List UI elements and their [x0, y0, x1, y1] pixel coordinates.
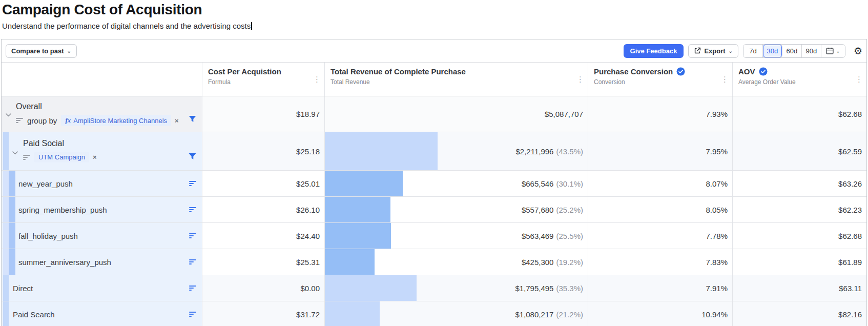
- group-by-chip[interactable]: UTM Campaign: [34, 152, 89, 162]
- revenue-cell[interactable]: $557,680(25.2%): [325, 197, 588, 222]
- revenue-bar: [325, 249, 375, 275]
- revenue-share: (19.2%): [556, 258, 583, 267]
- revenue-cell[interactable]: $1,080,217(21.2%): [325, 301, 588, 326]
- conversion-cell[interactable]: 7.95%: [588, 132, 733, 170]
- table-row: Paid Search $31.72 $1,080,217(21.2%) 10.…: [2, 301, 866, 326]
- toolbar: Compare to past⌄ Give Feedback Export⌄ 7…: [2, 39, 866, 63]
- indent-stripe: [3, 223, 9, 249]
- column-header-aov[interactable]: AOV Average Order Value ⋮: [733, 63, 866, 96]
- filter-icon[interactable]: [189, 153, 196, 160]
- cost-cell[interactable]: $31.72: [202, 301, 325, 326]
- aov-cell[interactable]: $62.23: [733, 197, 866, 222]
- cost-cell[interactable]: $18.97: [202, 96, 325, 132]
- row-label-cell[interactable]: Direct: [2, 275, 202, 301]
- indent-stripe: [3, 301, 9, 326]
- chevron-down-icon[interactable]: [12, 148, 18, 157]
- verified-badge-icon: [759, 67, 768, 76]
- column-header-cost-per-acquistion[interactable]: Cost Per Acquistion Formula ⋮: [202, 63, 325, 96]
- column-menu-icon[interactable]: ⋮: [855, 75, 863, 84]
- cost-cell[interactable]: $25.18: [202, 132, 325, 170]
- indent-stripe: [9, 249, 15, 275]
- row-label: summer_anniversary_push: [18, 258, 111, 267]
- revenue-cell[interactable]: $2,211,996(43.5%): [325, 132, 588, 170]
- row-label-cell[interactable]: fall_holiday_push: [2, 223, 202, 249]
- range-60d[interactable]: 60d: [782, 45, 802, 57]
- column-menu-icon[interactable]: ⋮: [576, 75, 584, 84]
- table-row: Direct $0.00 $1,795,495(35.3%) 7.91% $63…: [2, 275, 866, 301]
- compare-to-past-button[interactable]: Compare to past⌄: [6, 44, 77, 58]
- give-feedback-button[interactable]: Give Feedback: [624, 44, 684, 58]
- row-label-cell[interactable]: summer_anniversary_push: [2, 249, 202, 275]
- revenue-value: $5,087,707: [545, 110, 583, 118]
- settings-gear-icon[interactable]: ⚙: [854, 46, 862, 56]
- row-label-cell[interactable]: Paid Search: [2, 301, 202, 326]
- range-90d[interactable]: 90d: [802, 45, 821, 57]
- aov-cell[interactable]: $63.26: [733, 171, 866, 196]
- page-subtitle[interactable]: Understand the performance of digital ch…: [2, 22, 868, 30]
- remove-chip-icon[interactable]: ×: [175, 117, 179, 125]
- revenue-share: (21.2%): [556, 310, 583, 319]
- column-header-purchase-conversion[interactable]: Purchase Conversion Conversion ⋮: [588, 63, 733, 96]
- row-group-icon[interactable]: [189, 284, 196, 292]
- aov-cell[interactable]: $62.59: [733, 132, 866, 170]
- conversion-cell[interactable]: 7.78%: [588, 223, 733, 249]
- revenue-bar: [325, 223, 391, 249]
- aov-cell[interactable]: $82.16: [733, 301, 866, 326]
- table-row: Overall group by fxAmpliStore Marketing …: [2, 96, 866, 132]
- revenue-cell[interactable]: $563,469(25.5%): [325, 223, 588, 249]
- filter-icon[interactable]: [189, 116, 196, 123]
- calendar-picker-button[interactable]: ⌄: [821, 45, 845, 57]
- row-group-icon[interactable]: [189, 232, 196, 239]
- conversion-cell[interactable]: 7.91%: [588, 275, 733, 301]
- cost-cell[interactable]: $0.00: [202, 275, 325, 301]
- aov-cell[interactable]: $62.68: [733, 96, 866, 132]
- row-label: new_year_push: [18, 179, 73, 188]
- table-row: spring_membership_push $26.10 $557,680(2…: [2, 197, 866, 223]
- row-group-icon[interactable]: [189, 311, 196, 318]
- row-label-cell[interactable]: Paid Social UTM Campaign ×: [2, 132, 202, 170]
- row-group-icon[interactable]: [189, 180, 196, 187]
- revenue-cell[interactable]: $425,300(19.2%): [325, 249, 588, 275]
- row-group-icon[interactable]: [189, 258, 196, 266]
- revenue-cell[interactable]: $5,087,707: [325, 96, 588, 132]
- revenue-bar: [325, 301, 380, 326]
- range-7d[interactable]: 7d: [743, 45, 763, 57]
- row-label-cell[interactable]: new_year_push: [2, 171, 202, 196]
- cost-cell[interactable]: $26.10: [202, 197, 325, 222]
- cost-cell[interactable]: $24.40: [202, 223, 325, 249]
- chevron-down-icon[interactable]: [6, 110, 11, 119]
- column-menu-icon[interactable]: ⋮: [721, 75, 729, 84]
- row-label: fall_holiday_push: [18, 232, 78, 240]
- aov-cell[interactable]: $63.11: [733, 275, 866, 301]
- indent-stripe: [3, 275, 9, 301]
- revenue-cell[interactable]: $665,546(30.1%): [325, 171, 588, 196]
- aov-cell[interactable]: $61.89: [733, 249, 866, 275]
- revenue-cell[interactable]: $1,795,495(35.3%): [325, 275, 588, 301]
- column-menu-icon[interactable]: ⋮: [313, 75, 321, 84]
- revenue-share: (25.2%): [556, 206, 583, 214]
- chevron-down-icon: ⌄: [729, 49, 733, 54]
- conversion-cell[interactable]: 7.93%: [588, 96, 733, 132]
- aov-cell[interactable]: $62.68: [733, 223, 866, 249]
- conversion-cell[interactable]: 10.94%: [588, 301, 733, 326]
- group-by-chip[interactable]: fxAmpliStore Marketing Channels: [61, 115, 171, 126]
- export-button[interactable]: Export⌄: [688, 44, 738, 58]
- row-label: Paid Search: [13, 310, 55, 319]
- conversion-cell[interactable]: 8.07%: [588, 171, 733, 196]
- conversion-cell[interactable]: 7.83%: [588, 249, 733, 275]
- column-header-total-revenue[interactable]: Total Revenue of Complete Purchase Total…: [325, 63, 588, 96]
- row-group-icon[interactable]: [189, 206, 196, 213]
- chevron-down-icon: ⌄: [836, 49, 840, 54]
- row-label-cell[interactable]: Overall group by fxAmpliStore Marketing …: [2, 96, 202, 132]
- remove-chip-icon[interactable]: ×: [93, 153, 97, 161]
- range-30d[interactable]: 30d: [763, 45, 782, 57]
- indent-stripe: [3, 249, 9, 275]
- conversion-cell[interactable]: 8.05%: [588, 197, 733, 222]
- row-label-cell[interactable]: spring_membership_push: [2, 197, 202, 222]
- indent-stripe: [3, 132, 9, 170]
- indent-stripe: [9, 171, 15, 196]
- group-by-icon: [23, 154, 30, 161]
- cost-cell[interactable]: $25.31: [202, 249, 325, 275]
- revenue-value: $665,546: [522, 179, 554, 188]
- cost-cell[interactable]: $25.01: [202, 171, 325, 196]
